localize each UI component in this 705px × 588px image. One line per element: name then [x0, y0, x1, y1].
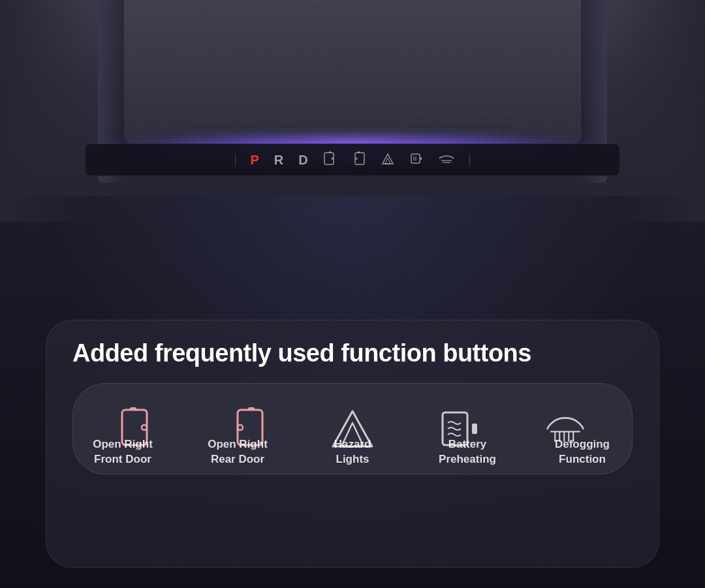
- gear-divider-left: [235, 154, 236, 166]
- svg-point-1: [331, 158, 333, 160]
- button-labels-row: Open RightFront Door Open RightRear Door…: [46, 437, 659, 467]
- label-defogging-function: DefoggingFunction: [525, 437, 640, 467]
- hazard-icon-small[interactable]: [381, 151, 395, 168]
- svg-point-4: [355, 158, 357, 160]
- gear-p[interactable]: P: [250, 153, 259, 168]
- svg-point-13: [142, 425, 147, 430]
- svg-rect-2: [329, 151, 331, 153]
- front-door-icon-small[interactable]: [323, 151, 337, 168]
- gear-d[interactable]: D: [298, 153, 308, 168]
- label-battery-preheating: BatteryPreheating: [410, 437, 525, 467]
- svg-point-16: [238, 425, 243, 430]
- svg-rect-14: [130, 407, 136, 410]
- gear-indicator-bar: P R D: [85, 144, 620, 176]
- side-right: [614, 0, 705, 222]
- screen-fabric: [124, 0, 581, 144]
- label-open-right-rear-door: Open RightRear Door: [180, 437, 295, 467]
- svg-rect-17: [248, 407, 255, 410]
- svg-rect-5: [358, 151, 360, 153]
- rear-door-icon-small[interactable]: [352, 151, 366, 168]
- side-left: [0, 0, 91, 222]
- gear-r[interactable]: R: [274, 153, 284, 168]
- svg-rect-19: [472, 424, 477, 434]
- panel-title: Added frequently used function buttons: [72, 340, 633, 367]
- battery-icon-small[interactable]: [409, 151, 424, 168]
- defog-icon-small[interactable]: [438, 151, 455, 168]
- gear-divider-right: [469, 154, 470, 166]
- label-hazard-lights: HazardLights: [295, 437, 410, 467]
- label-open-right-front-door: Open RightFront Door: [65, 437, 180, 467]
